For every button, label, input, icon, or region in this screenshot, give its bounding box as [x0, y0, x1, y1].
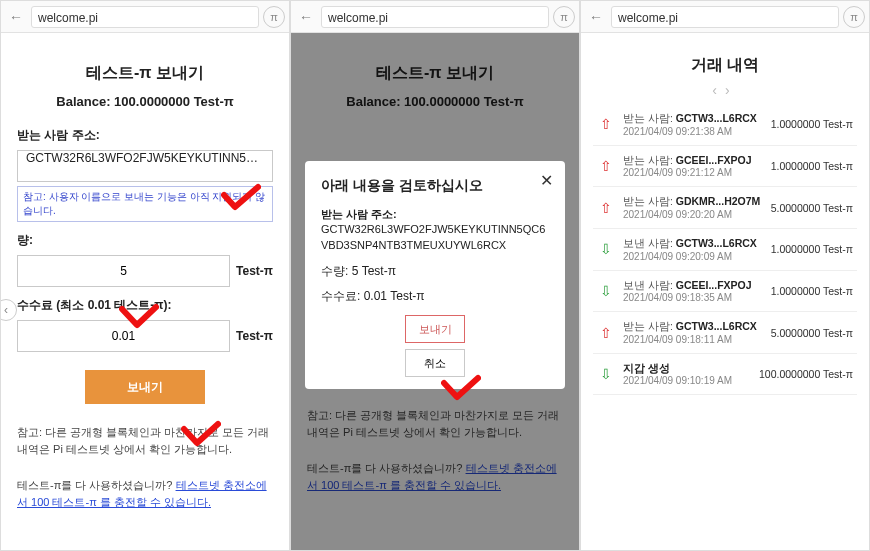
amount-input[interactable]: [17, 255, 230, 287]
transaction-timestamp: 2021/04/09 09:18:35 AM: [623, 292, 763, 303]
transaction-row[interactable]: ⇧받는 사람: GCEEI...FXPOJ2021/04/09 09:21:12…: [593, 146, 857, 188]
send-form-content: 테스트-π 보내기 Balance: 100.0000000 Test-π 받는…: [1, 33, 289, 522]
arrow-down-icon: ⇩: [597, 283, 615, 299]
arrow-up-icon: ⇧: [597, 158, 615, 174]
recipient-label: 받는 사람 주소:: [17, 127, 273, 144]
refill-note: 테스트-π를 다 사용하셨습니까? 테스트넷 충전소에서 100 테스트-π 를…: [17, 477, 273, 510]
transaction-amount: 5.0000000 Test-π: [771, 202, 853, 214]
transaction-timestamp: 2021/04/09 09:20:09 AM: [623, 251, 763, 262]
topbar: ← welcome.pi π: [291, 1, 579, 33]
arrow-up-icon: ⇧: [597, 200, 615, 216]
transaction-info: 받는 사람: GDKMR...H2O7M2021/04/09 09:20:20 …: [623, 195, 763, 220]
transaction-amount: 100.0000000 Test-π: [759, 368, 853, 380]
transaction-timestamp: 2021/04/09 09:20:20 AM: [623, 209, 763, 220]
modal-address-label: 받는 사람 주소: GCTW32R6L3WFO2FJW5KEYKUTINN5QC…: [321, 207, 549, 253]
send-button[interactable]: 보내기: [85, 370, 205, 404]
pi-logo-icon[interactable]: π: [843, 6, 865, 28]
amount-label: 량:: [17, 232, 273, 249]
fee-label: 수수료 (최소 0.01 테스트-π):: [17, 297, 273, 314]
modal-qty: 수량: 5 Test-π: [321, 263, 549, 280]
pane-send-form: ← welcome.pi π 테스트-π 보내기 Balance: 100.00…: [0, 0, 290, 551]
transaction-info: 받는 사람: GCTW3...L6RCX2021/04/09 09:21:38 …: [623, 112, 763, 137]
chevron-right-icon[interactable]: ›: [725, 82, 738, 98]
transaction-timestamp: 2021/04/09 09:10:19 AM: [623, 375, 751, 386]
topbar: ← welcome.pi π: [1, 1, 289, 33]
back-icon[interactable]: ←: [585, 6, 607, 28]
fee-unit: Test-π: [236, 329, 273, 343]
modal-title: 아래 내용을 검토하십시오: [321, 177, 549, 195]
transaction-counterparty: 받는 사람: GCTW3...L6RCX: [623, 320, 763, 334]
transaction-counterparty: 받는 사람: GCEEI...FXPOJ: [623, 154, 763, 168]
address-bar[interactable]: welcome.pi: [31, 6, 259, 28]
transaction-timestamp: 2021/04/09 09:21:38 AM: [623, 126, 763, 137]
transaction-info: 받는 사람: GCEEI...FXPOJ2021/04/09 09:21:12 …: [623, 154, 763, 179]
transaction-info: 보낸 사람: GCTW3...L6RCX2021/04/09 09:20:09 …: [623, 237, 763, 262]
transaction-counterparty: 받는 사람: GCTW3...L6RCX: [623, 112, 763, 126]
pane-confirm-modal: ← welcome.pi π 테스트-π 보내기 Balance: 100.00…: [290, 0, 580, 551]
close-icon[interactable]: ✕: [540, 171, 553, 190]
public-chain-note: 참고: 다른 공개형 블록체인과 마찬가지로 모든 거래 내역은 Pi 테스트넷…: [17, 424, 273, 457]
confirm-modal: ✕ 아래 내용을 검토하십시오 받는 사람 주소: GCTW32R6L3WFO2…: [305, 161, 565, 389]
balance-text: Balance: 100.0000000 Test-π: [17, 94, 273, 109]
transaction-info: 받는 사람: GCTW3...L6RCX2021/04/09 09:18:11 …: [623, 320, 763, 345]
transaction-timestamp: 2021/04/09 09:18:11 AM: [623, 334, 763, 345]
history-content: 거래 내역 ‹› ⇧받는 사람: GCTW3...L6RCX2021/04/09…: [581, 33, 869, 395]
transaction-row[interactable]: ⇧받는 사람: GDKMR...H2O7M2021/04/09 09:20:20…: [593, 187, 857, 229]
transaction-row[interactable]: ⇩지갑 생성2021/04/09 09:10:19 AM100.0000000 …: [593, 354, 857, 396]
arrow-up-icon: ⇧: [597, 116, 615, 132]
transaction-row[interactable]: ⇧받는 사람: GCTW3...L6RCX2021/04/09 09:21:38…: [593, 104, 857, 146]
transaction-info: 보낸 사람: GCEEI...FXPOJ2021/04/09 09:18:35 …: [623, 279, 763, 304]
topbar: ← welcome.pi π: [581, 1, 869, 33]
address-bar[interactable]: welcome.pi: [321, 6, 549, 28]
transaction-amount: 1.0000000 Test-π: [771, 243, 853, 255]
history-title: 거래 내역: [593, 55, 857, 76]
modal-fee: 수수료: 0.01 Test-π: [321, 288, 549, 305]
transaction-amount: 1.0000000 Test-π: [771, 285, 853, 297]
confirm-send-button[interactable]: 보내기: [405, 315, 465, 343]
transaction-list: ⇧받는 사람: GCTW3...L6RCX2021/04/09 09:21:38…: [593, 104, 857, 395]
back-icon[interactable]: ←: [5, 6, 27, 28]
pi-logo-icon[interactable]: π: [263, 6, 285, 28]
history-pager: ‹›: [593, 82, 857, 98]
arrow-up-icon: ⇧: [597, 325, 615, 341]
address-bar[interactable]: welcome.pi: [611, 6, 839, 28]
transaction-row[interactable]: ⇩보낸 사람: GCTW3...L6RCX2021/04/09 09:20:09…: [593, 229, 857, 271]
transaction-row[interactable]: ⇧받는 사람: GCTW3...L6RCX2021/04/09 09:18:11…: [593, 312, 857, 354]
transaction-timestamp: 2021/04/09 09:21:12 AM: [623, 167, 763, 178]
refill-question: 테스트-π를 다 사용하셨습니까?: [17, 479, 176, 491]
pi-logo-icon[interactable]: π: [553, 6, 575, 28]
arrow-down-icon: ⇩: [597, 241, 615, 257]
chevron-left-icon[interactable]: ‹: [712, 82, 725, 98]
fee-input[interactable]: [17, 320, 230, 352]
transaction-counterparty: 보낸 사람: GCEEI...FXPOJ: [623, 279, 763, 293]
amount-unit: Test-π: [236, 264, 273, 278]
modal-address-value: GCTW32R6L3WFO2FJW5KEYKUTINN5QC6VBD3SNP4N…: [321, 223, 545, 250]
transaction-amount: 1.0000000 Test-π: [771, 118, 853, 130]
transaction-counterparty: 지갑 생성: [623, 362, 751, 376]
page-title: 테스트-π 보내기: [17, 63, 273, 84]
cancel-button[interactable]: 취소: [405, 349, 465, 377]
transaction-counterparty: 받는 사람: GDKMR...H2O7M: [623, 195, 763, 209]
transaction-info: 지갑 생성2021/04/09 09:10:19 AM: [623, 362, 751, 387]
back-icon[interactable]: ←: [295, 6, 317, 28]
recipient-input[interactable]: GCTW32R6L3WFO2FJW5KEYKUTINN5QC...: [17, 150, 273, 182]
transaction-row[interactable]: ⇩보낸 사람: GCEEI...FXPOJ2021/04/09 09:18:35…: [593, 271, 857, 313]
transaction-counterparty: 보낸 사람: GCTW3...L6RCX: [623, 237, 763, 251]
recipient-hint: 참고: 사용자 이름으로 보내는 기능은 아직 지원되지 않습니다.: [17, 186, 273, 222]
arrow-down-icon: ⇩: [597, 366, 615, 382]
transaction-amount: 1.0000000 Test-π: [771, 160, 853, 172]
transaction-amount: 5.0000000 Test-π: [771, 327, 853, 339]
pane-history: ← welcome.pi π 거래 내역 ‹› ⇧받는 사람: GCTW3...…: [580, 0, 870, 551]
